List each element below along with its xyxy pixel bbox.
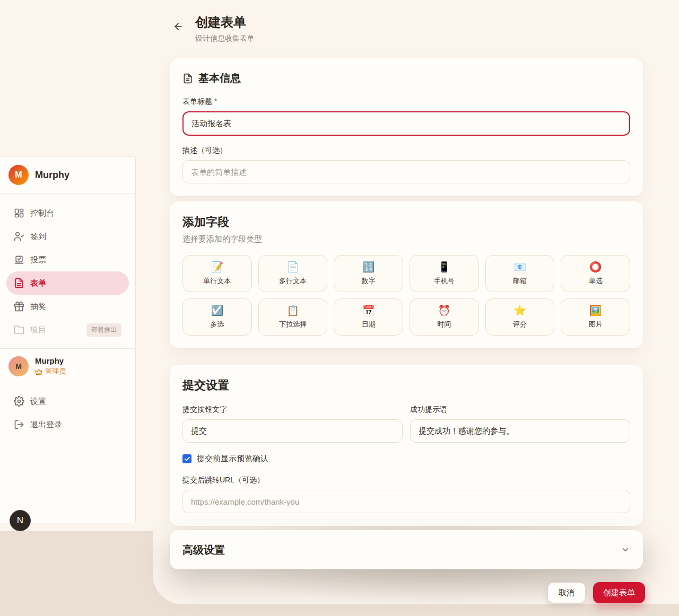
sidebar-item-checkin[interactable]: 签到 [6, 225, 129, 248]
sidebar-nav: 控制台 签到 投票 表单 抽奖 [0, 193, 135, 348]
sidebar-item-forms[interactable]: 表单 [6, 271, 129, 295]
user-avatar: M [8, 356, 29, 376]
sidebar-item-label: 退出登录 [30, 420, 62, 430]
section-title-submit-settings: 提交设置 [182, 377, 630, 393]
form-desc-input[interactable] [182, 160, 630, 183]
section-title-add-fields: 添加字段 [182, 214, 630, 230]
section-title-basic-info: 基本信息 [198, 71, 241, 85]
workspace-header: M Murphy [0, 157, 135, 193]
dashboard-icon [14, 208, 24, 218]
field-type-date-button[interactable]: 📅 日期 [334, 298, 403, 336]
sidebar-item-label: 设置 [30, 397, 46, 407]
picture-icon: 🖼️ [589, 305, 602, 316]
user-role-label: 管理员 [45, 367, 66, 376]
preview-confirm-label: 提交前显示预览确认 [197, 454, 268, 464]
gear-icon [14, 396, 24, 407]
submit-settings-card: 提交设置 提交按钮文字 成功提示语 提交前显示预览确认 提交后跳转URL（可选） [170, 365, 643, 526]
preview-confirm-checkbox[interactable] [182, 454, 191, 463]
field-type-checkbox-button[interactable]: ☑️ 多选 [182, 298, 252, 336]
user-role: 管理员 [35, 367, 66, 376]
submit-button-text-label: 提交按钮文字 [182, 405, 403, 415]
sidebar-item-lottery[interactable]: 抽奖 [6, 295, 129, 318]
sidebar-item-projects: 项目 即将推出 [6, 318, 129, 341]
sidebar-item-label: 项目 [30, 325, 46, 335]
preview-confirm-row[interactable]: 提交前显示预览确认 [182, 454, 630, 464]
cancel-button[interactable]: 取消 [548, 583, 585, 603]
footer-actions: 取消 创建表单 [170, 582, 645, 603]
sidebar-item-logout[interactable]: 退出登录 [6, 413, 129, 436]
user-name: Murphy [35, 356, 66, 365]
section-title-advanced: 高级设置 [182, 543, 225, 557]
form-desc-label: 描述（可选） [182, 146, 630, 155]
circle-icon: ⭕ [589, 261, 602, 273]
vote-icon [14, 254, 24, 265]
success-message-input[interactable] [410, 419, 630, 443]
basic-info-card: 基本信息 表单标题 * 描述（可选） [170, 58, 643, 196]
document-icon [182, 73, 193, 84]
field-type-grid: 📝 单行文本 📄 多行文本 🔢 数字 📱 手机号 📧 邮箱 ⭕ 单选 [182, 255, 630, 336]
redirect-url-input[interactable] [182, 490, 630, 513]
sidebar-footer-nav: 设置 退出登录 [0, 384, 135, 442]
field-type-select-button[interactable]: 📋 下拉选择 [258, 298, 328, 336]
sidebar: M Murphy 控制台 签到 投票 表单 [0, 156, 136, 523]
user-profile[interactable]: M Murphy 管理员 [0, 348, 135, 384]
crown-icon [35, 368, 42, 375]
calendar-icon: 📅 [362, 305, 375, 316]
folder-icon [14, 324, 24, 335]
workspace-name: Murphy [35, 170, 69, 181]
user-check-icon [14, 231, 24, 242]
mobile-phone-icon: 📱 [438, 261, 450, 273]
sidebar-item-label: 控制台 [30, 208, 54, 218]
redirect-url-label: 提交后跳转URL（可选） [182, 476, 630, 485]
sidebar-item-vote[interactable]: 投票 [6, 248, 129, 271]
field-type-radio-button[interactable]: ⭕ 单选 [561, 255, 630, 292]
advanced-settings-card[interactable]: 高级设置 [170, 530, 643, 569]
field-type-rating-button[interactable]: ⭐ 评分 [485, 298, 555, 336]
checkbox-icon: ☑️ [211, 305, 223, 316]
sidebar-item-label: 抽奖 [30, 302, 46, 312]
field-type-time-button[interactable]: ⏰ 时间 [410, 298, 479, 336]
field-type-textarea-button[interactable]: 📄 多行文本 [258, 255, 328, 292]
email-icon: 📧 [513, 261, 526, 273]
success-message-label: 成功提示语 [410, 405, 630, 415]
chevron-down-icon[interactable] [621, 545, 630, 555]
numbers-icon: 🔢 [362, 261, 375, 273]
field-type-phone-button[interactable]: 📱 手机号 [410, 255, 479, 292]
page-icon: 📄 [286, 261, 299, 273]
add-fields-card: 添加字段 选择要添加的字段类型 📝 单行文本 📄 多行文本 🔢 数字 📱 手机号… [170, 201, 643, 348]
form-title-label: 表单标题 * [182, 97, 630, 107]
logout-icon [14, 419, 24, 430]
field-type-number-button[interactable]: 🔢 数字 [334, 255, 403, 292]
form-icon [14, 278, 24, 288]
star-icon: ⭐ [513, 305, 526, 316]
workspace-avatar: M [8, 165, 29, 185]
sidebar-item-label: 投票 [30, 255, 46, 265]
submit-button-text-input[interactable] [182, 419, 403, 443]
field-type-email-button[interactable]: 📧 邮箱 [485, 255, 555, 292]
coming-soon-badge: 即将推出 [86, 323, 121, 337]
gift-icon [14, 301, 24, 312]
sidebar-item-settings[interactable]: 设置 [6, 390, 129, 413]
add-fields-subtitle: 选择要添加的字段类型 [182, 234, 630, 244]
sidebar-item-dashboard[interactable]: 控制台 [6, 201, 129, 225]
memo-icon: 📝 [211, 261, 223, 273]
field-type-text-button[interactable]: 📝 单行文本 [182, 255, 252, 292]
create-form-button[interactable]: 创建表单 [593, 582, 645, 603]
clipboard-icon: 📋 [286, 305, 299, 316]
main-content: 基本信息 表单标题 * 描述（可选） 添加字段 选择要添加的字段类型 📝 单行文… [170, 0, 643, 616]
sidebar-item-label: 签到 [30, 232, 46, 242]
sidebar-item-label: 表单 [30, 278, 46, 288]
alarm-clock-icon: ⏰ [438, 305, 450, 316]
form-title-input[interactable] [182, 111, 630, 136]
field-type-image-button[interactable]: 🖼️ 图片 [561, 298, 630, 336]
dev-tools-badge[interactable]: N [10, 510, 31, 531]
